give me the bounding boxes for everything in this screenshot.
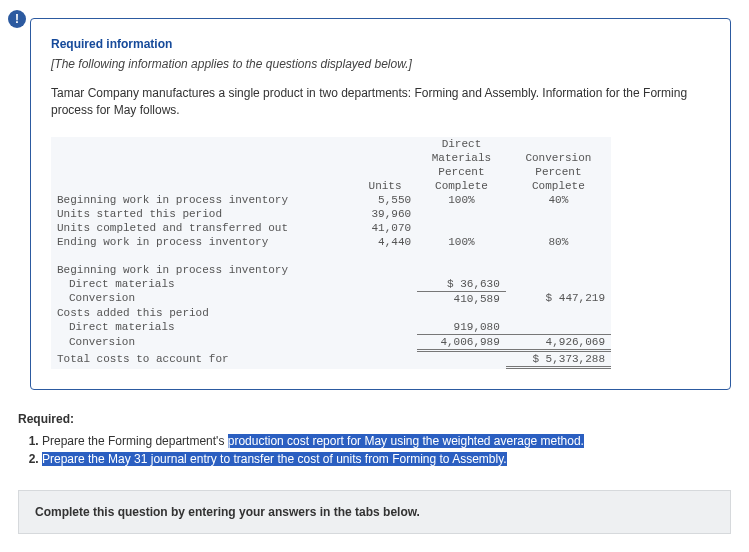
table-row: Units started this period 39,960 [51, 207, 611, 221]
table-total-row: Total costs to account for $ 5,373,288 [51, 350, 611, 367]
table-row: Ending work in process inventory 4,440 1… [51, 235, 611, 249]
table-row: Units completed and transferred out 41,0… [51, 221, 611, 235]
table-row: Conversion 4,006,989 4,926,069 [51, 334, 611, 350]
col-header: Direct [417, 137, 506, 151]
col-header: Complete [417, 179, 506, 193]
table-section-header: Costs added this period [51, 306, 611, 320]
alert-icon: ! [8, 10, 26, 28]
col-header: Complete [506, 179, 611, 193]
intro-text: Tamar Company manufactures a single prod… [51, 85, 710, 119]
table-row: Conversion 410,589 $ 447,219 [51, 291, 611, 306]
forming-data-table: Direct Materials Conversion Percent Perc… [51, 137, 611, 369]
required-list: Prepare the Forming department's product… [42, 432, 731, 468]
col-header: Materials [417, 151, 506, 165]
col-header: Percent [417, 165, 506, 179]
table-row: Direct materials 919,080 [51, 320, 611, 335]
required-information-box: Required information [The following info… [30, 18, 731, 390]
context-note: [The following information applies to th… [51, 57, 710, 71]
highlighted-text: production cost report for May using the… [228, 434, 584, 448]
required-info-heading: Required information [51, 37, 710, 51]
table-row: Direct materials $ 36,630 [51, 277, 611, 292]
instruction-bar: Complete this question by entering your … [18, 490, 731, 534]
required-item-2: Prepare the May 31 journal entry to tran… [42, 450, 731, 468]
required-heading: Required: [18, 412, 731, 426]
highlighted-text: Prepare the May 31 journal entry to tran… [42, 452, 507, 466]
col-header: Percent [506, 165, 611, 179]
required-item-1: Prepare the Forming department's product… [42, 432, 731, 450]
table-row: Beginning work in process inventory 5,55… [51, 193, 611, 207]
col-header: Conversion [506, 151, 611, 165]
col-header: Units [353, 179, 417, 193]
table-section-header: Beginning work in process inventory [51, 263, 611, 277]
